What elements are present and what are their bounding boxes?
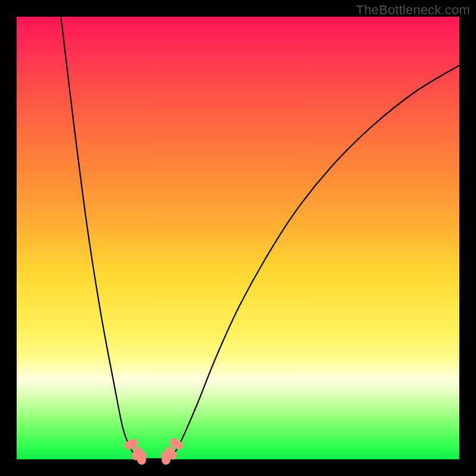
watermark-text: TheBottleneck.com (356, 2, 470, 18)
curve-layer (17, 17, 459, 459)
plot-area (17, 17, 459, 459)
bottleneck-curve (61, 17, 459, 459)
chart-frame: TheBottleneck.com (0, 0, 476, 476)
